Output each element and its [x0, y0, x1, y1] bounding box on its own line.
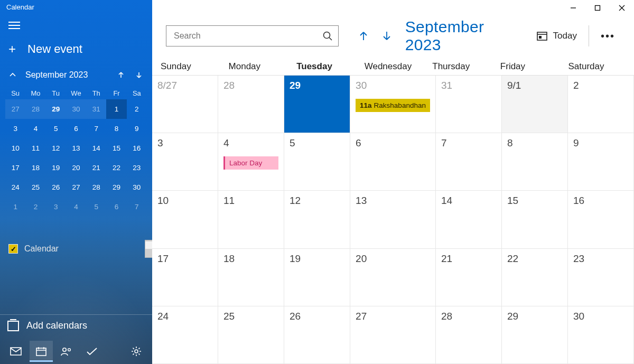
day-cell[interactable]: 3 — [152, 133, 218, 191]
minimize-button[interactable] — [561, 0, 585, 16]
mini-day-cell[interactable]: 10 — [5, 138, 25, 158]
mini-day-cell[interactable]: 9 — [127, 119, 147, 138]
search-box[interactable] — [166, 25, 339, 46]
mini-day-cell[interactable]: 5 — [86, 197, 106, 217]
day-cell[interactable]: 30 — [568, 306, 634, 364]
mini-day-cell[interactable]: 28 — [25, 99, 45, 119]
todo-icon[interactable] — [80, 341, 104, 362]
day-cell[interactable]: 26 — [284, 306, 350, 364]
mini-day-cell[interactable]: 25 — [25, 178, 45, 197]
mini-day-cell[interactable]: 6 — [66, 119, 86, 138]
mini-day-cell[interactable]: 27 — [5, 99, 25, 119]
add-calendars-button[interactable]: Add calendars — [0, 314, 152, 337]
day-cell[interactable]: 5 — [284, 133, 350, 191]
mini-day-cell[interactable]: 2 — [127, 99, 147, 119]
mini-day-cell[interactable]: 8 — [106, 119, 126, 138]
mail-icon[interactable] — [4, 341, 27, 362]
maximize-button[interactable] — [585, 0, 610, 16]
calendar-event[interactable]: Labor Day — [223, 156, 278, 170]
mini-day-cell[interactable]: 7 — [86, 119, 106, 138]
mini-day-cell[interactable]: 16 — [127, 138, 147, 158]
day-cell[interactable]: 8 — [502, 133, 568, 191]
day-cell[interactable]: 28 — [218, 76, 284, 133]
mini-day-cell[interactable]: 2 — [25, 197, 45, 217]
mini-day-cell[interactable]: 31 — [86, 99, 106, 119]
day-cell[interactable]: 16 — [568, 191, 634, 248]
mini-day-cell[interactable]: 17 — [5, 158, 25, 178]
day-cell[interactable]: 11 — [218, 191, 284, 248]
calendar-event[interactable]: 11aRakshabandhan — [356, 99, 430, 112]
day-cell[interactable]: 19 — [284, 249, 350, 306]
mini-day-cell[interactable]: 15 — [106, 138, 126, 158]
day-cell[interactable]: 10 — [152, 191, 218, 248]
calendar-checkbox-icon[interactable]: ✓ — [8, 244, 18, 254]
more-options-icon[interactable]: ••• — [601, 30, 615, 42]
next-month-icon[interactable] — [381, 30, 393, 42]
mini-day-cell[interactable]: 5 — [46, 119, 66, 138]
mini-day-cell[interactable]: 22 — [106, 158, 126, 178]
day-cell[interactable]: 14 — [436, 191, 502, 248]
day-cell[interactable]: 15 — [502, 191, 568, 248]
day-cell[interactable]: 4Labor Day — [218, 133, 284, 191]
mini-day-cell[interactable]: 1 — [5, 197, 25, 217]
mini-day-cell[interactable]: 7 — [127, 197, 147, 217]
mini-day-cell[interactable]: 4 — [66, 197, 86, 217]
day-cell[interactable]: 9 — [568, 133, 634, 191]
mini-day-cell[interactable]: 26 — [46, 178, 66, 197]
today-button[interactable]: Today — [536, 31, 577, 41]
mini-day-cell[interactable]: 19 — [46, 158, 66, 178]
day-cell[interactable]: 24 — [152, 306, 218, 364]
day-cell[interactable]: 18 — [218, 249, 284, 306]
mini-day-cell[interactable]: 11 — [25, 138, 45, 158]
day-cell[interactable]: 7 — [436, 133, 502, 191]
mini-day-cell[interactable]: 13 — [66, 138, 86, 158]
day-cell[interactable]: 9/1 — [502, 76, 568, 133]
settings-icon[interactable] — [125, 341, 148, 362]
day-cell[interactable]: 23 — [568, 249, 634, 306]
people-icon[interactable] — [55, 341, 78, 362]
mini-day-cell[interactable]: 24 — [5, 178, 25, 197]
day-cell[interactable]: 13 — [350, 191, 436, 248]
mini-day-cell[interactable]: 14 — [86, 138, 106, 158]
day-cell[interactable]: 22 — [502, 249, 568, 306]
search-icon[interactable] — [322, 31, 333, 41]
search-input[interactable] — [166, 26, 338, 46]
day-cell[interactable]: 2 — [568, 76, 634, 133]
mini-day-cell[interactable]: 21 — [86, 158, 106, 178]
day-cell[interactable]: 31 — [436, 76, 502, 133]
mini-day-cell[interactable]: 29 — [106, 178, 126, 197]
mini-day-cell[interactable]: 18 — [25, 158, 45, 178]
mini-day-cell[interactable]: 23 — [127, 158, 147, 178]
mini-day-cell[interactable]: 3 — [5, 119, 25, 138]
mini-collapse-icon[interactable] — [6, 69, 19, 81]
calendar-list-item[interactable]: ✓ Calendar — [0, 241, 152, 257]
day-cell[interactable]: 29 — [502, 306, 568, 364]
mini-day-cell[interactable]: 29 — [46, 99, 66, 119]
mini-next-icon[interactable] — [132, 68, 146, 82]
day-cell[interactable]: 12 — [284, 191, 350, 248]
mini-prev-icon[interactable] — [114, 68, 128, 82]
mini-day-cell[interactable]: 27 — [66, 178, 86, 197]
day-cell[interactable]: 8/27 — [152, 76, 218, 133]
day-cell[interactable]: 25 — [218, 306, 284, 364]
mini-day-cell[interactable]: 3 — [46, 197, 66, 217]
day-cell[interactable]: 21 — [436, 249, 502, 306]
sidebar-scrollbar[interactable] — [145, 240, 152, 258]
mini-day-cell[interactable]: 6 — [106, 197, 126, 217]
mini-day-cell[interactable]: 30 — [66, 99, 86, 119]
hamburger-menu-icon[interactable] — [8, 22, 20, 29]
day-cell[interactable]: 17 — [152, 249, 218, 306]
mini-day-cell[interactable]: 30 — [127, 178, 147, 197]
mini-day-cell[interactable]: 20 — [66, 158, 86, 178]
day-cell[interactable]: 28 — [436, 306, 502, 364]
new-event-button[interactable]: + New event — [0, 39, 152, 68]
prev-month-icon[interactable] — [358, 30, 369, 42]
current-month-label[interactable]: September 2023 — [405, 18, 524, 54]
mini-day-cell[interactable]: 12 — [46, 138, 66, 158]
mini-day-cell[interactable]: 4 — [25, 119, 45, 138]
day-cell[interactable]: 20 — [350, 249, 436, 306]
mini-day-cell[interactable]: 1 — [106, 99, 126, 119]
mini-day-cell[interactable]: 28 — [86, 178, 106, 197]
close-button[interactable] — [610, 0, 634, 16]
day-cell[interactable]: 27 — [350, 306, 436, 364]
